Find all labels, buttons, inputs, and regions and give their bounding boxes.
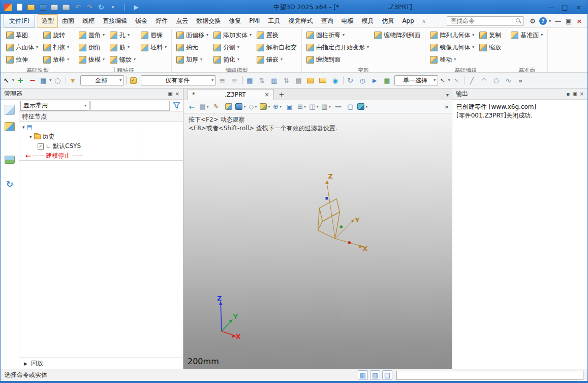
- tab-point-cloud[interactable]: 点云: [172, 14, 192, 28]
- wrap-to-face-button[interactable]: 缠绕到面 ▾: [304, 54, 371, 65]
- chamfer-button[interactable]: 倒角 ▾: [77, 42, 107, 53]
- open-file-icon[interactable]: [26, 2, 36, 12]
- arc-tool-icon[interactable]: ◠ ▾: [479, 75, 490, 86]
- tab-pmi[interactable]: PMI: [245, 15, 264, 27]
- sort-bars-icon[interactable]: ▤ ▾: [245, 75, 256, 86]
- document-tab[interactable]: * .Z3PRT ×: [188, 89, 274, 100]
- sort-updown-icon[interactable]: ⇅ ▾: [257, 75, 268, 86]
- replace-button[interactable]: 置换 ▾: [255, 30, 299, 41]
- tree-filter-funnel-icon[interactable]: [171, 101, 182, 111]
- new-file-icon[interactable]: [14, 2, 24, 12]
- draft-button[interactable]: 拔模 ▾: [77, 54, 107, 65]
- wireframe-mode-icon[interactable]: ◇ ▾: [247, 101, 258, 112]
- tab-list-caret-icon[interactable]: ▾: [446, 92, 449, 98]
- redo-icon[interactable]: ↷: [84, 2, 95, 12]
- tab-wireframe[interactable]: 线框: [78, 14, 99, 28]
- scope-combo[interactable]: 仅有零件 ▾: [141, 75, 216, 85]
- material-mode-icon[interactable]: ▾: [357, 101, 368, 112]
- run-icon[interactable]: ▶: [131, 2, 141, 12]
- simplify-button[interactable]: 简化 ▾: [211, 54, 254, 65]
- shaded-mode-icon[interactable]: ▾: [235, 101, 246, 112]
- mail-icon[interactable]: ▾: [318, 75, 329, 86]
- tab-tools[interactable]: 工具: [264, 14, 284, 28]
- maximize-button[interactable]: □: [558, 2, 572, 12]
- tab-data-exchange[interactable]: 数据交换: [192, 14, 225, 28]
- float-icon[interactable]: ▣: [168, 91, 172, 97]
- face-offset-button[interactable]: 面偏移 ▾: [174, 30, 210, 41]
- undo-icon[interactable]: ↶: [73, 2, 83, 12]
- scale-button[interactable]: 缩放 ▾: [477, 42, 503, 53]
- tab-direct-edit[interactable]: 直接编辑: [99, 14, 131, 28]
- orbit-view-icon[interactable]: ↻: [6, 179, 13, 189]
- cursor-option-icon[interactable]: ↖ ▾: [440, 75, 450, 86]
- refresh-view-icon[interactable]: ↻ ▾: [346, 75, 356, 86]
- replay-bar[interactable]: ▶ 回放: [19, 358, 183, 369]
- marquee-pick-icon[interactable]: ◌ ▾: [53, 75, 64, 86]
- tab-app[interactable]: App: [398, 15, 418, 27]
- viewport[interactable]: 按下<F2> 动态观察 <F8>或者<Shift-roll> 查找下一个有效的过…: [183, 113, 452, 369]
- thicken-button[interactable]: 加厚 ▾: [174, 54, 210, 65]
- filter-combo[interactable]: 全部 ▾: [80, 75, 124, 85]
- zoom-window-icon[interactable]: ▣ ▾: [284, 101, 295, 112]
- tree-row-csys[interactable]: ✓ ∟ 默认CSYS: [19, 141, 183, 151]
- tree-filter-input[interactable]: [90, 101, 170, 111]
- monitor-tool-icon[interactable]: ▥: [370, 370, 380, 380]
- edit-sketch-icon[interactable]: ✎ ▾: [211, 101, 222, 112]
- filter-funnel-icon[interactable]: ▼ ▾: [68, 75, 79, 86]
- display-filter-combo[interactable]: 显示常用 ▾: [20, 101, 89, 111]
- align-list-alt-icon[interactable]: ≡ ▾: [230, 75, 240, 86]
- state-updown-icon[interactable]: ⇅ ▾: [282, 75, 292, 86]
- appearance-icon[interactable]: ▾: [223, 101, 234, 112]
- tab-repair[interactable]: 修复: [225, 14, 245, 28]
- tab-inquire[interactable]: 查询: [317, 14, 337, 28]
- shell-button[interactable]: 抽壳 ▾: [174, 42, 210, 53]
- child-minimize-icon[interactable]: —: [553, 17, 563, 25]
- rib-button[interactable]: 筋 ▾: [108, 42, 138, 53]
- extrude-button[interactable]: 拉伸 ▾: [4, 54, 40, 65]
- command-search-box[interactable]: [447, 16, 524, 26]
- plot-icon[interactable]: [61, 2, 71, 12]
- fillet-button[interactable]: 圆角 ▾: [77, 30, 107, 41]
- background-icon[interactable]: ▢ ▾: [345, 101, 356, 112]
- pick-cursor-icon[interactable]: ↖ ▾: [4, 75, 14, 86]
- sketch-button[interactable]: 草图 ▾: [4, 30, 40, 41]
- app-logo-icon[interactable]: [3, 2, 13, 12]
- settings-gear-icon[interactable]: ⚙: [528, 17, 538, 25]
- box-button[interactable]: 六面体 ▾: [4, 42, 40, 53]
- close-icon[interactable]: ×: [580, 91, 584, 97]
- doc-bars-icon[interactable]: ▤ ▾: [294, 75, 304, 86]
- tree-row-history[interactable]: ▾ 历史: [19, 132, 183, 141]
- tab-mold[interactable]: 模具: [357, 14, 378, 28]
- new-tab-button[interactable]: +: [277, 90, 286, 99]
- grid-tool-icon[interactable]: ▦: [358, 370, 368, 380]
- help-icon[interactable]: ?: [539, 17, 547, 25]
- remove-pick-icon[interactable]: − ▾: [28, 75, 39, 86]
- stock-button[interactable]: 坯料 ▾: [139, 42, 169, 53]
- close-icon[interactable]: ×: [175, 91, 179, 97]
- customize-caret-icon[interactable]: ▾: [108, 2, 118, 12]
- copy-button[interactable]: 复制 ▾: [477, 30, 503, 41]
- heal-self-intersection-button[interactable]: 解析自相交 ▾: [255, 42, 299, 53]
- datum-plane-button[interactable]: 基准面 ▾: [509, 30, 545, 41]
- replay-play-icon[interactable]: ▶ ▾: [370, 75, 381, 86]
- deform-by-point-button[interactable]: 由指定点开始变形 ▾: [304, 42, 371, 53]
- tab-surface[interactable]: 曲面: [58, 14, 78, 28]
- dock-icon[interactable]: ▪: [566, 91, 570, 97]
- tab-simulation[interactable]: 仿真: [378, 14, 398, 28]
- history-clock-icon[interactable]: ◷ ▾: [358, 75, 368, 86]
- line-width-icon[interactable]: — ▾: [333, 101, 344, 112]
- circle-tool-icon[interactable]: ○ ▾: [491, 75, 502, 86]
- lip-button[interactable]: 唇缘 ▾: [139, 30, 169, 41]
- section-view-icon[interactable]: ▾: [260, 101, 270, 112]
- divide-button[interactable]: 分割 ▾: [211, 42, 254, 53]
- pattern-geometry-button[interactable]: 阵列几何体 ▾: [428, 30, 476, 41]
- cylindrical-bend-button[interactable]: 圆柱折弯 ▾: [304, 30, 371, 41]
- revolve-button[interactable]: 旋转 ▾: [41, 30, 71, 41]
- cursor-alt-icon[interactable]: ↖ ▾: [452, 75, 462, 86]
- render-stack-icon[interactable]: ▥ ▾: [321, 101, 331, 112]
- sweep-button[interactable]: 扫掠 ▾: [41, 42, 71, 53]
- layer-bars-icon[interactable]: ▥ ▾: [269, 75, 280, 86]
- layer-display-icon[interactable]: ▤ ▾: [199, 101, 209, 112]
- add-pick-icon[interactable]: + ▾: [16, 75, 26, 86]
- frame-display-icon[interactable]: ◫ ▾: [308, 101, 319, 112]
